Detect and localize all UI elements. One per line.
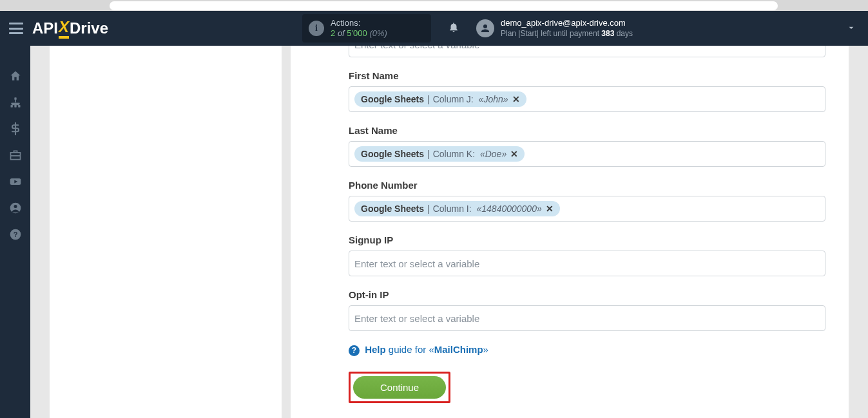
avatar-icon — [476, 19, 494, 37]
form-panel: First Name Google Sheets|Column J: «John… — [291, 46, 849, 418]
field-last-name: Last Name Google Sheets|Column K: «Doe»✕ — [349, 125, 825, 167]
label-phone: Phone Number — [349, 180, 825, 191]
chip-first-name[interactable]: Google Sheets|Column J: «John»✕ — [354, 91, 526, 107]
logo-part2: X — [59, 18, 69, 39]
label-first-name: First Name — [349, 70, 825, 81]
browser-chrome — [0, 0, 868, 11]
actions-pct: (0%) — [369, 28, 387, 38]
field-optin-ip: Opt-in IP — [349, 289, 825, 331]
logo-part1: API — [32, 19, 58, 37]
actions-label: Actions: — [331, 18, 387, 28]
chevron-down-icon[interactable] — [827, 23, 856, 35]
info-icon: i — [309, 21, 324, 36]
logo[interactable]: APIXDrive — [32, 18, 108, 39]
sidebar: ? — [0, 46, 30, 418]
chip-last-name[interactable]: Google Sheets|Column K: «Doe»✕ — [354, 146, 525, 162]
field-top — [349, 46, 825, 57]
field-first-name: First Name Google Sheets|Column J: «John… — [349, 70, 825, 112]
logo-part3: Drive — [70, 19, 108, 37]
actions-count: 2 — [331, 28, 335, 38]
chip-close-icon[interactable]: ✕ — [512, 94, 520, 104]
label-signup-ip: Signup IP — [349, 234, 825, 245]
help-link[interactable]: ? Help guide for «MailChimp» — [349, 344, 825, 356]
input-first-name[interactable]: Google Sheets|Column J: «John»✕ — [349, 86, 825, 112]
url-bar[interactable] — [110, 1, 778, 10]
user-plan: Plan |Start| left until payment 383 days — [501, 28, 633, 39]
topbar: APIXDrive i Actions: 2 of 5'000 (0%) dem… — [0, 11, 868, 46]
field-signup-ip: Signup IP — [349, 234, 825, 276]
svg-point-2 — [14, 205, 17, 208]
left-panel — [50, 46, 282, 418]
svg-text:?: ? — [13, 231, 17, 238]
input-signup-ip-text[interactable] — [354, 254, 820, 272]
menu-icon[interactable] — [9, 23, 23, 34]
chip-close-icon[interactable]: ✕ — [546, 204, 554, 214]
input-optin-ip[interactable] — [349, 305, 825, 331]
help-icon: ? — [349, 345, 360, 356]
actions-box[interactable]: i Actions: 2 of 5'000 (0%) — [302, 14, 431, 43]
actions-limit: 5'000 — [347, 28, 367, 38]
sidebar-youtube-icon[interactable] — [0, 168, 30, 195]
label-last-name: Last Name — [349, 125, 825, 136]
sidebar-home-icon[interactable] — [0, 62, 30, 89]
user-block[interactable]: demo_apix-drive@apix-drive.com Plan |Sta… — [476, 18, 633, 39]
label-optin-ip: Opt-in IP — [349, 289, 825, 300]
chip-close-icon[interactable]: ✕ — [510, 149, 518, 159]
actions-of: of — [338, 28, 345, 38]
input-top-text[interactable] — [354, 46, 820, 53]
chip-phone[interactable]: Google Sheets|Column I: «14840000000»✕ — [354, 201, 560, 216]
field-phone: Phone Number Google Sheets|Column I: «14… — [349, 180, 825, 222]
input-phone[interactable]: Google Sheets|Column I: «14840000000»✕ — [349, 196, 825, 222]
input-top[interactable] — [349, 46, 825, 57]
input-signup-ip[interactable] — [349, 251, 825, 276]
sidebar-briefcase-icon[interactable] — [0, 142, 30, 168]
sidebar-user-icon[interactable] — [0, 195, 30, 221]
main: First Name Google Sheets|Column J: «John… — [30, 46, 868, 418]
input-optin-ip-text[interactable] — [354, 309, 820, 327]
continue-highlight: Continue — [349, 372, 450, 403]
sidebar-help-icon[interactable]: ? — [0, 221, 30, 247]
continue-button[interactable]: Continue — [353, 376, 446, 399]
input-last-name[interactable]: Google Sheets|Column K: «Doe»✕ — [349, 141, 825, 167]
bell-icon[interactable] — [448, 21, 459, 36]
sidebar-dollar-icon[interactable] — [0, 115, 30, 142]
user-email: demo_apix-drive@apix-drive.com — [501, 18, 633, 28]
sidebar-sitemap-icon[interactable] — [0, 89, 30, 115]
